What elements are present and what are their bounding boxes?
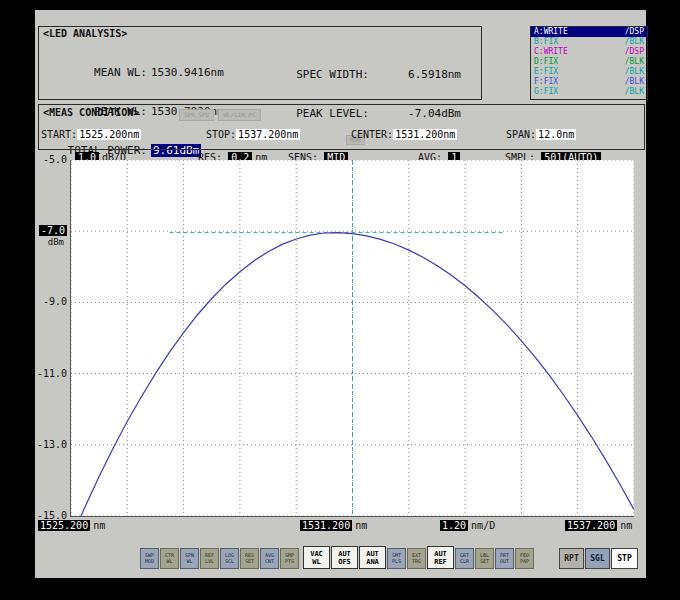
softkey-button[interactable]: SMPPTS bbox=[280, 548, 299, 569]
spec-width-value: 6.5918nm bbox=[373, 68, 461, 81]
x-axis-start-label: 1525.200nm bbox=[38, 520, 105, 531]
span-value[interactable]: 12.0nm bbox=[536, 129, 576, 140]
meas-flag: WL/LIM PC bbox=[218, 109, 261, 121]
x-scale-value: 1.20 bbox=[440, 520, 468, 531]
center-wavelength-field[interactable]: CENTER:1531.200nm bbox=[351, 129, 457, 140]
x-scale-unit: nm/D bbox=[471, 520, 495, 531]
y-axis-tick-label: -11.0 bbox=[35, 368, 67, 380]
trace-status-box: A:WRITE/DSPB:FIX/BLKC:WRITE/DSPD:FIX/BLK… bbox=[530, 26, 648, 100]
start-value[interactable]: 1525.200nm bbox=[77, 129, 141, 140]
softkey-button[interactable]: REFLVL bbox=[200, 548, 219, 569]
osa-screen: <LED ANALYSIS> MEAN WL: PEAK WL: TOTAL P… bbox=[0, 0, 680, 600]
softkey-button[interactable]: SPNWL bbox=[180, 548, 199, 569]
stop-label: STOP: bbox=[206, 129, 236, 140]
y-axis-tick-label: -13.0 bbox=[35, 439, 67, 451]
spectrum-plot bbox=[70, 160, 634, 517]
softkey-button[interactable]: CTRWL bbox=[160, 548, 179, 569]
softkey-button[interactable]: GRTCLR bbox=[455, 548, 474, 569]
start-label: START: bbox=[41, 129, 77, 140]
trace-status-row: C:WRITE/DSP bbox=[531, 47, 647, 57]
trace-status-row: E:FIX/BLK bbox=[531, 67, 647, 77]
meas-flags: SPR SPD WL/LIM PC bbox=[179, 109, 261, 121]
trace-status-row: D:FIX/BLK bbox=[531, 57, 647, 67]
spec-width-label: SPEC WIDTH: bbox=[275, 68, 369, 81]
x-start-value: 1525.200 bbox=[38, 520, 90, 531]
stop-value[interactable]: 1537.200nm bbox=[236, 129, 300, 140]
mean-wl-label: MEAN WL: bbox=[45, 66, 147, 79]
spectrum-chart bbox=[71, 160, 634, 516]
y-axis-tick-label: -5.0 bbox=[35, 154, 67, 166]
softkey-button[interactable]: SMTPLS bbox=[387, 548, 406, 569]
auto-ref-button[interactable]: AUTREF bbox=[427, 546, 454, 569]
led-analysis-title: <LED ANALYSIS> bbox=[43, 28, 127, 39]
toolbar: SWPMODCTRWLSPNWLREFLVLLOGSCLRESSETAVGCNT… bbox=[140, 543, 638, 569]
auto-offset-button[interactable]: AUTOFS bbox=[331, 546, 358, 569]
softkey-button[interactable]: AVGCNT bbox=[260, 548, 279, 569]
y-axis-tick-label: -9.0 bbox=[35, 296, 67, 308]
span-field[interactable]: SPAN:12.0nm bbox=[506, 129, 576, 140]
analysis-markers bbox=[170, 160, 503, 516]
x-axis-scale-label: 1.20nm/D bbox=[440, 520, 495, 531]
vacuum-wavelength-button[interactable]: VACWL bbox=[303, 546, 330, 569]
meas-condition-title: <MEAS CONDITION> bbox=[43, 107, 139, 118]
stop-wavelength-field[interactable]: STOP:1537.200nm bbox=[206, 129, 300, 140]
instrument-panel: <LED ANALYSIS> MEAN WL: PEAK WL: TOTAL P… bbox=[35, 10, 646, 578]
center-label: CENTER: bbox=[351, 129, 393, 140]
softkey-button[interactable]: SWPMOD bbox=[140, 548, 159, 569]
softkey-button[interactable]: LBLSET bbox=[475, 548, 494, 569]
trace-status-row: B:FIX/BLK bbox=[531, 37, 647, 47]
x-center-value: 1531.200 bbox=[300, 520, 352, 531]
meas-flag: SPR SPD bbox=[179, 109, 214, 121]
meas-condition-box: <MEAS CONDITION> SPR SPD WL/LIM PC MON S… bbox=[38, 104, 645, 150]
repeat-sweep-button[interactable]: RPT bbox=[559, 548, 584, 569]
softkey-button[interactable]: EXTTRG bbox=[407, 548, 426, 569]
softkey-button[interactable]: FEDPAP bbox=[515, 548, 534, 569]
softkey-button[interactable]: PRTOUT bbox=[495, 548, 514, 569]
x-axis-stop-label: 1537.200nm bbox=[565, 520, 632, 531]
x-stop-unit: nm bbox=[620, 520, 632, 531]
softkey-button[interactable]: RESSET bbox=[240, 548, 259, 569]
stop-sweep-button[interactable]: STP bbox=[611, 548, 638, 569]
y-axis-unit-label: dBm bbox=[35, 237, 64, 247]
mean-wl-value: 1530.9416nm bbox=[151, 66, 224, 79]
x-center-unit: nm bbox=[355, 520, 367, 531]
span-label: SPAN: bbox=[506, 129, 536, 140]
auto-analysis-button[interactable]: AUTANA bbox=[359, 546, 386, 569]
start-wavelength-field[interactable]: START:1525.200nm bbox=[41, 129, 141, 140]
trace-status-row: F:FIX/BLK bbox=[531, 77, 647, 87]
softkey-button[interactable]: LOGSCL bbox=[220, 548, 239, 569]
trace-status-row: A:WRITE/DSP bbox=[531, 27, 647, 37]
center-value[interactable]: 1531.200nm bbox=[393, 129, 457, 140]
x-start-unit: nm bbox=[93, 520, 105, 531]
x-axis-center-label: 1531.200nm bbox=[300, 520, 367, 531]
y-axis-tick-label[interactable]: -7.0 bbox=[35, 225, 67, 237]
single-sweep-button[interactable]: SGL bbox=[585, 548, 610, 569]
x-stop-value: 1537.200 bbox=[565, 520, 617, 531]
led-analysis-box: <LED ANALYSIS> MEAN WL: PEAK WL: TOTAL P… bbox=[38, 26, 482, 100]
trace-status-row: G:FIX/BLK bbox=[531, 87, 647, 97]
